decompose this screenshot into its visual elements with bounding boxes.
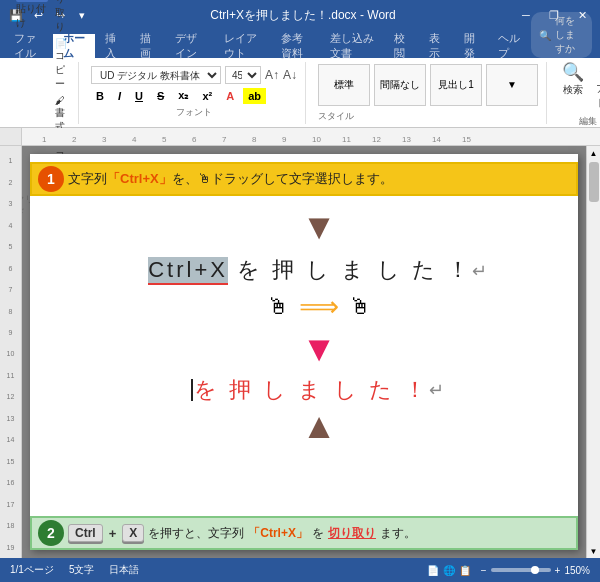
view-print-button[interactable]: 📄 xyxy=(427,565,439,576)
zoom-out-button[interactable]: − xyxy=(481,565,487,576)
italic-button[interactable]: I xyxy=(113,88,126,104)
replace-label: アド xyxy=(596,82,600,110)
scroll-up-button[interactable]: ▲ xyxy=(587,146,601,160)
tab-insert[interactable]: 挿入 xyxy=(95,34,130,58)
customize-icon[interactable]: ▾ xyxy=(74,7,90,23)
arrow-right-gold: ⟹ xyxy=(299,290,339,323)
instruction-2-post: を xyxy=(312,525,324,542)
view-outline-button[interactable]: 📋 xyxy=(459,565,471,576)
scroll-track xyxy=(589,160,599,544)
search-box[interactable]: 🔍 何をしますか xyxy=(531,12,592,58)
font-format-row: B I U S x₂ x² A ab xyxy=(91,87,297,104)
horizontal-ruler: 1 2 3 4 5 6 7 8 9 10 11 12 13 14 15 xyxy=(0,128,600,146)
instruction-2-highlight: 「Ctrl+X」 xyxy=(248,525,308,542)
document-container: 1 2 3 4 5 6 7 8 9 10 11 12 13 14 15 16 1… xyxy=(0,146,600,558)
zoom-thumb xyxy=(531,566,539,574)
plus-sign: + xyxy=(109,526,117,541)
ruler-num-8: 8 xyxy=(9,300,13,321)
find-button[interactable]: 🔍 検索 xyxy=(559,58,587,113)
cut-button[interactable]: ✂ 切り取り xyxy=(52,0,70,35)
tab-mailings[interactable]: 差し込み文書 xyxy=(320,34,384,58)
bold-button[interactable]: B xyxy=(91,88,109,104)
scroll-down-button[interactable]: ▼ xyxy=(587,544,601,558)
ruler-mark-15: 15 xyxy=(462,135,471,144)
font-grow-icon[interactable]: A↑ xyxy=(265,68,279,82)
style-normal[interactable]: 標準 xyxy=(318,64,370,106)
ribbon-tabs: ファイル ホーム 挿入 描画 デザイン レイアウト 参考資料 差し込み文書 校閲… xyxy=(0,30,600,58)
page-info: 1/1ページ xyxy=(10,563,54,577)
ruler-num-7: 7 xyxy=(9,279,13,300)
replace-icon: ↔ xyxy=(596,61,600,82)
doc-content: ▼ Ctrl+X を 押 し ま し た ！ ↵ 🖱 ⟹ 🖱 ▼ を xyxy=(70,209,568,500)
replace-button[interactable]: ↔ アド xyxy=(593,58,600,113)
text-cursor xyxy=(191,379,193,401)
zoom-in-button[interactable]: + xyxy=(555,565,561,576)
step-1-number: 1 xyxy=(47,171,55,187)
mouse-right-icon: 🖱 xyxy=(349,294,371,320)
ruler-mark-14: 14 xyxy=(432,135,441,144)
tab-help[interactable]: ヘルプ xyxy=(488,34,530,58)
style-more[interactable]: ▼ xyxy=(486,64,538,106)
style-h1[interactable]: 見出し1 xyxy=(430,64,482,106)
scroll-thumb[interactable] xyxy=(589,162,599,202)
ruler-num-16: 16 xyxy=(7,472,15,493)
instruction-2-pre: を押すと、文字列 xyxy=(148,525,244,542)
scrollbar-vertical[interactable]: ▲ ▼ xyxy=(586,146,600,558)
tab-design[interactable]: デザイン xyxy=(165,34,214,58)
font-color-button[interactable]: A xyxy=(221,88,239,104)
document-page: 1 文字列「Ctrl+X」を、🖱ドラッグして文字選択します。 ▼ Ctrl+X … xyxy=(30,154,578,550)
paragraph-mark-2: ↵ xyxy=(429,379,447,401)
ribbon: 📋 貼り付け ✂ 切り取り 📄 コピー 🖌 書式のコピー クリップボード UD … xyxy=(0,58,600,128)
style-items: 標準 間隔なし 見出し1 ▼ xyxy=(318,64,538,106)
main-text-rest: を 押 し ま し た ！ xyxy=(228,255,472,285)
ruler-mark-6: 6 xyxy=(192,135,196,144)
ruler-left-corner xyxy=(0,128,22,145)
ruler-num-13: 13 xyxy=(7,408,15,429)
paragraph-mark-1: ↵ xyxy=(472,260,490,282)
main-text-line-2: を 押 し ま し た ！ ↵ xyxy=(191,375,447,405)
paste-button[interactable]: 📋 貼り付け xyxy=(16,0,48,30)
ruler-num-18: 18 xyxy=(7,515,15,536)
zoom-area: − + 150% xyxy=(481,565,590,576)
ruler-mark-11: 11 xyxy=(342,135,351,144)
edit-group-label: 編集 xyxy=(579,115,597,128)
tab-draw[interactable]: 描画 xyxy=(130,34,165,58)
ruler-num-6: 6 xyxy=(9,257,13,278)
instruction-box-2: 2 Ctrl + X を押すと、文字列 「Ctrl+X」 を 切り取り ます。 xyxy=(30,516,578,550)
strikethrough-button[interactable]: S xyxy=(152,88,169,104)
style-no-spacing[interactable]: 間隔なし xyxy=(374,64,426,106)
subscript-button[interactable]: x₂ xyxy=(173,87,193,104)
ruler-mark-7: 7 xyxy=(222,135,226,144)
superscript-button[interactable]: x² xyxy=(197,88,217,104)
highlight-button[interactable]: ab xyxy=(243,88,266,104)
tab-view[interactable]: 表示 xyxy=(419,34,454,58)
title-bar: 💾 ↩ ↪ ▾ Ctrl+Xを押しました！.docx - Word ─ ❐ ✕ xyxy=(0,0,600,30)
paste-label: 貼り付け xyxy=(16,2,48,30)
step-2-number: 2 xyxy=(47,525,55,541)
ruler-num-17: 17 xyxy=(7,494,15,515)
zoom-slider[interactable] xyxy=(491,568,551,572)
find-label: 検索 xyxy=(563,83,583,97)
tab-review[interactable]: 校閲 xyxy=(384,34,419,58)
ruler-num-14: 14 xyxy=(7,429,15,450)
arrow-down-1: ▼ xyxy=(301,209,337,245)
ruler-num-11: 11 xyxy=(7,365,15,386)
ruler-num-15: 15 xyxy=(7,451,15,472)
font-name-row: UD デジタル 教科書体 NP-B 45 A↑ A↓ xyxy=(91,66,297,84)
underline-button[interactable]: U xyxy=(130,88,148,104)
ruler-main: 1 2 3 4 5 6 7 8 9 10 11 12 13 14 15 xyxy=(22,128,600,145)
ruler-mark-12: 12 xyxy=(372,135,381,144)
view-web-button[interactable]: 🌐 xyxy=(443,565,455,576)
tab-layout[interactable]: レイアウト xyxy=(214,34,271,58)
ctrl-key-display: Ctrl xyxy=(68,524,103,542)
copy-button[interactable]: 📄 コピー xyxy=(52,37,70,92)
font-name-select[interactable]: UD デジタル 教科書体 NP-B xyxy=(91,66,221,84)
instruction-2-end: ます。 xyxy=(380,525,416,542)
tab-dev[interactable]: 開発 xyxy=(454,34,489,58)
font-group: UD デジタル 教科書体 NP-B 45 A↑ A↓ B I U S x₂ x²… xyxy=(83,62,306,124)
font-shrink-icon[interactable]: A↓ xyxy=(283,68,297,82)
ruler-num-10: 10 xyxy=(7,343,15,364)
tab-references[interactable]: 参考資料 xyxy=(271,34,320,58)
instruction-2-action: 切り取り xyxy=(328,525,376,542)
font-size-select[interactable]: 45 xyxy=(225,66,261,84)
